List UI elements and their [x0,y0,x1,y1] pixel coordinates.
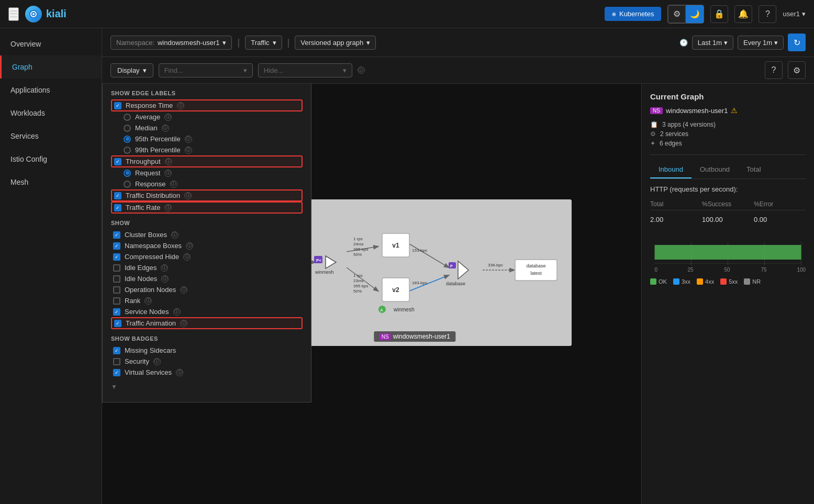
p99-option[interactable]: 99th Percentile ⓘ [111,144,303,155]
response-time-option[interactable]: Response Time ⓘ [111,99,303,111]
idle-edges-checkbox[interactable] [113,264,120,272]
response-time-checkbox[interactable] [114,102,121,109]
compressed-hide-info-icon[interactable]: ⓘ [183,253,191,261]
svg-text:v1: v1 [393,242,400,249]
refresh-button[interactable]: ↻ [788,33,806,51]
traffic-animation-info-icon[interactable]: ⓘ [180,320,187,327]
help-button[interactable]: ? [759,5,776,23]
rank-info-icon[interactable]: ⓘ [144,297,152,305]
sidebar-item-applications[interactable]: Applications [0,79,102,102]
compressed-hide-option[interactable]: Compressed Hide ⓘ [111,251,303,262]
traffic-animation-checkbox[interactable] [114,320,121,327]
traffic-animation-option[interactable]: Traffic Animation ⓘ [111,317,303,329]
sidebar-item-workloads[interactable]: Workloads [0,102,102,125]
traffic-rate-checkbox[interactable] [114,204,121,211]
p95-option[interactable]: 95th Percentile ⓘ [111,133,303,144]
rank-checkbox[interactable] [113,297,120,305]
display-button[interactable]: Display ▾ [110,63,153,77]
question-icon-btn[interactable]: ? [765,61,783,79]
idle-edges-info-icon[interactable]: ⓘ [161,264,168,272]
tab-inbound[interactable]: Inbound [650,161,692,178]
idle-edges-option[interactable]: Idle Edges ⓘ [111,262,303,273]
namespace-boxes-option[interactable]: Namespace Boxes ⓘ [111,240,303,251]
p95-info-icon[interactable]: ⓘ [185,136,192,143]
request-radio[interactable] [124,170,131,177]
throughput-checkbox[interactable] [114,158,121,165]
sidebar-item-overview[interactable]: Overview [0,32,102,55]
service-nodes-info-icon[interactable]: ⓘ [173,308,181,316]
p99-info-icon[interactable]: ⓘ [185,147,192,154]
sidebar-item-services[interactable]: Services [0,125,102,148]
dark-mode-button[interactable]: 🌙 [686,5,704,23]
notifications-button[interactable]: 🔔 [734,5,752,23]
user-menu[interactable]: user1 ▾ [783,10,806,18]
response-option[interactable]: Response ⓘ [111,178,303,189]
virtual-services-checkbox[interactable] [113,369,120,376]
sidebar-item-mesh[interactable]: Mesh [0,171,102,194]
rank-option[interactable]: Rank ⓘ [111,295,303,306]
virtual-services-info-icon[interactable]: ⓘ [176,369,183,376]
theme-settings-button[interactable]: ⚙ [668,5,686,23]
response-time-label: Response Time [126,102,173,109]
hamburger-button[interactable]: ☰ [8,7,19,21]
traffic-selector[interactable]: Traffic ▾ [245,36,282,50]
response-radio[interactable] [124,181,131,188]
throughput-info-icon[interactable]: ⓘ [165,158,172,165]
operation-nodes-checkbox[interactable] [113,286,120,294]
namespace-selector[interactable]: Namespace: windowsmesh-user1 ▾ [110,36,232,50]
namespace-boxes-info-icon[interactable]: ⓘ [186,242,193,250]
traffic-rate-info-icon[interactable]: ⓘ [164,204,172,211]
service-nodes-option[interactable]: Service Nodes ⓘ [111,306,303,317]
interval-selector[interactable]: Every 1m ▾ [738,36,784,50]
average-option[interactable]: Average ⓘ [111,111,303,122]
average-info-icon[interactable]: ⓘ [164,114,172,121]
last-time-chevron-icon: ▾ [724,39,728,47]
cluster-boxes-checkbox[interactable] [113,231,120,239]
missing-sidecars-option[interactable]: Missing Sidecars [111,345,303,356]
throughput-option[interactable]: Throughput ⓘ [111,155,303,167]
median-info-icon[interactable]: ⓘ [162,125,169,132]
virtual-services-option[interactable]: Virtual Services ⓘ [111,367,303,378]
security-option[interactable]: Security ⓘ [111,356,303,367]
security-checkbox[interactable] [113,358,120,365]
compressed-hide-checkbox[interactable] [113,253,120,261]
traffic-rate-option[interactable]: Traffic Rate ⓘ [111,201,303,214]
namespace-boxes-checkbox[interactable] [113,242,120,250]
missing-sidecars-checkbox[interactable] [113,347,120,354]
operation-nodes-option[interactable]: Operation Nodes ⓘ [111,284,303,295]
logo: kiali [25,6,66,23]
sidebar-item-istio-config[interactable]: Istio Config [0,148,102,171]
median-option[interactable]: Median ⓘ [111,122,303,133]
tab-outbound[interactable]: Outbound [692,161,738,178]
tab-total[interactable]: Total [738,161,769,178]
median-radio[interactable] [124,125,131,132]
last-time-selector[interactable]: Last 1m ▾ [692,36,733,50]
toolbar-info-icon[interactable]: ⓘ [358,66,365,74]
service-nodes-checkbox[interactable] [113,308,120,316]
cluster-boxes-option[interactable]: Cluster Boxes ⓘ [111,229,303,240]
request-info-icon[interactable]: ⓘ [164,170,172,177]
traffic-distribution-option[interactable]: Traffic Distribution ⓘ [111,189,303,201]
find-input-container[interactable]: Find... ▾ [159,63,253,77]
cluster-boxes-info-icon[interactable]: ⓘ [171,231,179,239]
response-info-icon[interactable]: ⓘ [170,181,177,188]
lock-button[interactable]: 🔒 [710,5,728,23]
graph-type-selector[interactable]: Versioned app graph ▾ [295,36,376,50]
idle-nodes-info-icon[interactable]: ⓘ [161,275,169,283]
average-radio[interactable] [124,114,131,121]
settings-icon-btn[interactable]: ⚙ [788,61,806,79]
idle-nodes-option[interactable]: Idle Nodes ⓘ [111,273,303,284]
idle-nodes-checkbox[interactable] [113,275,120,283]
hide-input-container[interactable]: Hide... ▾ [258,63,352,77]
traffic-distribution-checkbox[interactable] [114,192,121,199]
operation-nodes-info-icon[interactable]: ⓘ [180,286,187,294]
p95-radio[interactable] [124,136,131,143]
sidebar-item-graph[interactable]: Graph [0,55,102,79]
kubernetes-button[interactable]: ⎈ Kubernetes [605,7,662,21]
request-option[interactable]: Request ⓘ [111,167,303,178]
p99-radio[interactable] [124,147,131,154]
response-time-info-icon[interactable]: ⓘ [177,102,184,109]
traffic-distribution-info-icon[interactable]: ⓘ [184,192,192,199]
traffic-table-data: 2.00 100.00 0.00 [650,214,806,226]
security-info-icon[interactable]: ⓘ [153,358,161,365]
